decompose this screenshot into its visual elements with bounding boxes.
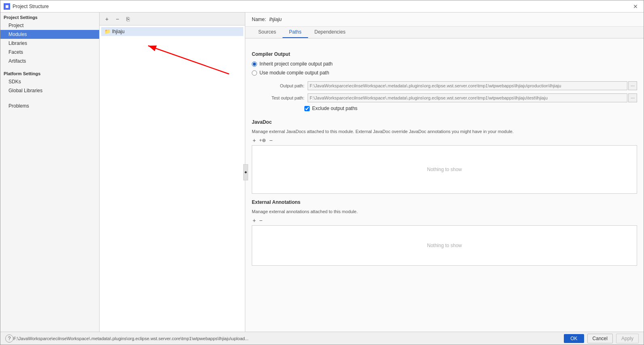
compiler-output-section: Compiler Output Inherit project compile … — [252, 51, 637, 111]
test-output-path-row: Test output path: ⋯ — [252, 93, 637, 102]
output-path-row: Output path: ⋯ — [252, 81, 637, 90]
tab-paths[interactable]: Paths — [283, 27, 308, 38]
javadoc-toolbar: + +⊕ − — [252, 137, 637, 144]
bottom-buttons: OK Cancel Apply — [564, 334, 639, 343]
external-annotations-section: External Annotations Manage external ann… — [252, 199, 637, 266]
javadoc-list: Nothing to show — [252, 145, 637, 194]
center-panel: + − ⎘ 📁 lhjiaju — [100, 13, 245, 332]
sidebar: Project Settings Project Modules Librari… — [0, 13, 100, 332]
annotations-toolbar: + − — [252, 217, 637, 224]
compiler-output-title: Compiler Output — [252, 51, 637, 57]
sidebar-item-artifacts[interactable]: Artifacts — [0, 57, 99, 66]
panel-collapse-button[interactable]: ◆ — [243, 164, 248, 180]
test-output-path-browse-button[interactable]: ⋯ — [628, 93, 637, 102]
add-module-button[interactable]: + — [103, 15, 111, 23]
exclude-output-paths-label: Exclude output paths — [312, 106, 357, 111]
javadoc-add-url-button[interactable]: +⊕ — [258, 138, 267, 143]
test-output-path-label: Test output path: — [260, 95, 304, 100]
platform-settings-header: Platform Settings — [0, 69, 99, 77]
remove-module-button[interactable]: − — [113, 15, 121, 23]
main-content: Project Settings Project Modules Librari… — [0, 13, 644, 332]
test-output-path-input[interactable] — [308, 93, 627, 102]
module-toolbar: + − ⎘ — [100, 13, 245, 25]
radio-inherit-input[interactable] — [252, 61, 257, 67]
app-icon: ◼ — [4, 3, 10, 10]
tabs-bar: Sources Paths Dependencies — [245, 27, 644, 38]
annotations-list: Nothing to show — [252, 225, 637, 266]
radio-use-module-input[interactable] — [252, 70, 257, 76]
cancel-button[interactable]: Cancel — [587, 334, 613, 343]
project-settings-header: Project Settings — [0, 13, 99, 21]
apply-button[interactable]: Apply — [616, 334, 639, 343]
radio-use-module[interactable]: Use module compile output path — [252, 70, 637, 76]
help-button[interactable]: ? — [5, 334, 13, 343]
output-path-input[interactable] — [308, 81, 627, 90]
sidebar-item-global-libraries[interactable]: Global Libraries — [0, 86, 99, 95]
output-path-label: Output path: — [260, 83, 304, 88]
copy-module-button[interactable]: ⎘ — [124, 15, 132, 23]
javadoc-description: Manage external JavaDocs attached to thi… — [252, 129, 637, 134]
external-annotations-description: Manage external annotations attached to … — [252, 209, 637, 214]
detail-header: Name: lhjiaju — [245, 13, 644, 27]
exclude-output-paths-row: Exclude output paths — [252, 106, 637, 111]
sidebar-item-modules[interactable]: Modules — [0, 30, 99, 39]
javadoc-remove-button[interactable]: − — [268, 137, 273, 144]
module-name: lhjiaju — [112, 29, 125, 34]
javadoc-section: JavaDoc Manage external JavaDocs attache… — [252, 119, 637, 194]
sidebar-item-sdks[interactable]: SDKs — [0, 77, 99, 86]
close-button[interactable]: ✕ — [631, 2, 640, 11]
module-tree: 📁 lhjiaju — [100, 25, 245, 332]
detail-panel: Name: lhjiaju Sources Paths Dependencies… — [245, 13, 644, 332]
external-annotations-title: External Annotations — [252, 199, 637, 205]
annotations-empty-label: Nothing to show — [427, 243, 462, 248]
name-value: lhjiaju — [269, 17, 282, 22]
detail-body: Compiler Output Inherit project compile … — [245, 38, 644, 332]
ok-button[interactable]: OK — [564, 334, 584, 343]
output-path-browse-button[interactable]: ⋯ — [628, 81, 637, 90]
exclude-output-paths-checkbox[interactable] — [304, 106, 310, 111]
javadoc-add-button[interactable]: + — [252, 137, 257, 144]
svg-line-1 — [148, 46, 229, 74]
module-folder-icon: 📁 — [104, 29, 111, 34]
radio-use-module-label: Use module compile output path — [259, 70, 329, 76]
tab-dependencies[interactable]: Dependencies — [308, 27, 352, 38]
annotations-remove-button[interactable]: − — [258, 217, 263, 224]
project-structure-window: ◼ Project Structure ✕ Project Settings P… — [0, 0, 644, 345]
sidebar-item-facets[interactable]: Facets — [0, 48, 99, 57]
status-text: F:\JavaWorksparce\ecilnseWorkspace\.meta… — [13, 336, 564, 341]
sidebar-item-project[interactable]: Project — [0, 21, 99, 30]
javadoc-title: JavaDoc — [252, 119, 637, 125]
radio-group: Inherit project compile output path Use … — [252, 61, 637, 76]
radio-inherit[interactable]: Inherit project compile output path — [252, 61, 637, 67]
sidebar-item-libraries[interactable]: Libraries — [0, 39, 99, 48]
radio-inherit-label: Inherit project compile output path — [259, 61, 333, 67]
sidebar-item-problems[interactable]: Problems — [0, 102, 99, 110]
tree-item-lhjiaju[interactable]: 📁 lhjiaju — [101, 27, 243, 36]
bottom-bar: ? F:\JavaWorksparce\ecilnseWorkspace\.me… — [0, 332, 644, 345]
annotation-arrow — [100, 25, 245, 332]
window-title: Project Structure — [13, 4, 49, 9]
tab-sources[interactable]: Sources — [252, 27, 283, 38]
title-bar: ◼ Project Structure ✕ — [0, 0, 644, 13]
javadoc-empty-label: Nothing to show — [427, 167, 462, 172]
name-label: Name: — [252, 17, 266, 22]
annotations-add-button[interactable]: + — [252, 217, 257, 224]
title-bar-left: ◼ Project Structure — [4, 3, 49, 10]
